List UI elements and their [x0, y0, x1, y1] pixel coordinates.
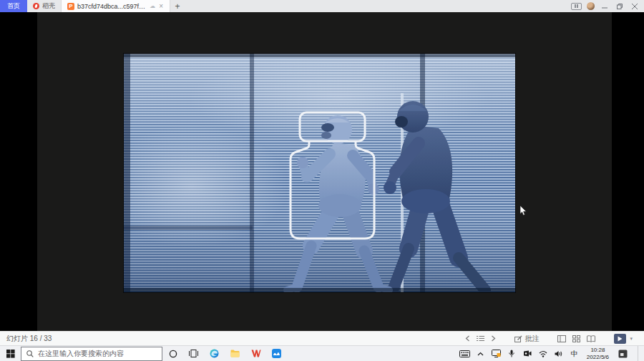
pen-icon: [514, 335, 522, 342]
docer-icon: [33, 3, 39, 9]
slide-counter: 幻灯片 16 / 33: [0, 334, 52, 344]
slide-list-button[interactable]: [477, 335, 484, 342]
play-options-caret[interactable]: ▾: [630, 336, 633, 342]
windows-logo-icon: [6, 350, 15, 358]
restore-button[interactable]: [615, 1, 625, 12]
file-explorer-icon[interactable]: [225, 346, 245, 361]
minimize-button[interactable]: [600, 1, 610, 12]
close-button[interactable]: [630, 1, 640, 12]
camera-icon[interactable]: [522, 346, 534, 361]
cloud-sync-icon: ☁: [150, 3, 155, 9]
microphone-icon[interactable]: [506, 346, 518, 361]
wps-office-icon[interactable]: [245, 346, 266, 361]
presentation-file-icon: P: [67, 3, 74, 10]
speaker-icon[interactable]: [553, 346, 565, 361]
touch-keyboard-icon[interactable]: [459, 346, 471, 361]
search-input[interactable]: [38, 350, 157, 357]
window-layout-icon[interactable]: [571, 3, 582, 10]
task-view-button[interactable]: [183, 346, 204, 361]
slideshow-stage[interactable]: [37, 12, 612, 331]
start-button[interactable]: [0, 346, 21, 361]
slideshow-status-bar: 幻灯片 16 / 33 批注 ▾: [0, 331, 644, 345]
mouse-cursor: [519, 206, 527, 216]
cortana-button[interactable]: [162, 346, 183, 361]
input-method-indicator[interactable]: 中: [569, 349, 580, 359]
tab-document-title: b37cfd74dbca...c597f514f932: [77, 3, 147, 10]
reading-view-button[interactable]: [587, 335, 595, 342]
tab-close-icon[interactable]: ×: [158, 2, 164, 10]
action-center-icon[interactable]: [615, 346, 630, 361]
previous-slide-button[interactable]: [465, 335, 470, 342]
windows-taskbar: 中 10:28 2022/5/6: [0, 345, 644, 361]
annotate-button[interactable]: 批注: [514, 334, 539, 344]
taskbar-search[interactable]: [21, 347, 162, 361]
play-icon: [618, 336, 623, 342]
display-notification-icon[interactable]: [490, 346, 502, 361]
tabbar-spacer: [185, 0, 571, 12]
clock-time: 10:28: [590, 347, 605, 353]
new-tab-button[interactable]: +: [170, 0, 185, 12]
play-slideshow-button[interactable]: [614, 334, 626, 344]
tab-document[interactable]: P b37cfd74dbca...c597f514f932 ☁ ×: [62, 0, 170, 12]
tab-docer[interactable]: 稻壳: [27, 0, 62, 12]
desktop-black-area: [0, 12, 644, 331]
tab-docer-label: 稻壳: [42, 1, 55, 11]
system-tray: 中 10:28 2022/5/6: [459, 346, 644, 361]
search-icon: [26, 350, 34, 357]
hidden-icons-chevron[interactable]: [474, 346, 487, 361]
normal-view-button[interactable]: [557, 335, 566, 342]
wps-tab-bar: 首页 稻壳 P b37cfd74dbca...c597f514f932 ☁ × …: [0, 0, 644, 12]
network-signal-icon[interactable]: [537, 346, 550, 361]
user-avatar[interactable]: [587, 2, 595, 10]
slide-photo: [124, 54, 515, 292]
slide-sorter-button[interactable]: [572, 335, 580, 342]
show-desktop-button[interactable]: [638, 346, 641, 361]
blue-cloud-app-icon[interactable]: [266, 346, 287, 361]
next-slide-button[interactable]: [491, 335, 496, 342]
annotate-label: 批注: [525, 334, 539, 344]
home-tab-button[interactable]: 首页: [0, 0, 27, 12]
taskbar-clock[interactable]: 10:28 2022/5/6: [584, 347, 612, 360]
clock-date: 2022/5/6: [587, 354, 609, 360]
edge-browser-icon[interactable]: [204, 346, 225, 361]
